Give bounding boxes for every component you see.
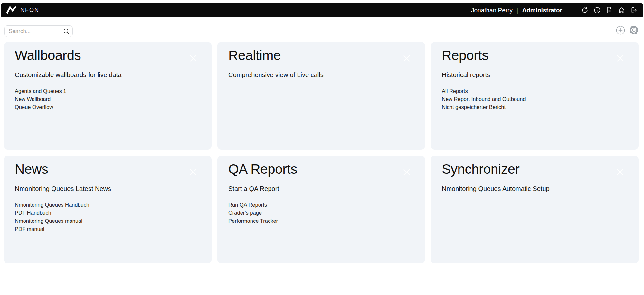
close-icon (403, 54, 411, 62)
user-info: Jonathan Perry | Administrator (471, 7, 562, 14)
info-icon (593, 6, 601, 14)
card-title: News (15, 162, 201, 177)
card-subtitle: Nmonitoring Queues Automatic Setup (442, 185, 628, 192)
card-synchronizer: Synchronizer Nmonitoring Queues Automati… (431, 156, 639, 263)
user-role: Administrator (522, 7, 562, 14)
gear-icon (629, 25, 639, 35)
card-subtitle: Historical reports (442, 71, 628, 79)
home-button[interactable] (618, 6, 625, 14)
home-icon (618, 6, 625, 14)
topbar: NFON Jonathan Perry | Administrator (1, 3, 643, 17)
logout-icon (630, 6, 638, 14)
card-links: All Reports New Report Inbound and Outbo… (442, 87, 628, 111)
card-link[interactable]: Nmonitoring Queues manual (15, 217, 82, 225)
card-link[interactable]: Run QA Reports (228, 201, 267, 209)
card-title: Realtime (228, 48, 414, 63)
card-link[interactable]: PDF manual (15, 225, 44, 233)
card-subtitle: Start a QA Report (228, 185, 414, 192)
close-button[interactable] (189, 168, 197, 176)
close-icon (403, 168, 411, 176)
close-icon (189, 168, 197, 176)
card-link[interactable]: New Report Inbound and Outbound (442, 95, 526, 103)
dashboard-actions (616, 25, 639, 35)
card-link[interactable]: Grader's page (228, 209, 262, 217)
card-link[interactable]: All Reports (442, 87, 468, 95)
nfon-logo-icon (6, 6, 17, 15)
card-subtitle: Comprehensive view of Live calls (228, 71, 414, 79)
close-button[interactable] (616, 168, 624, 176)
card-link[interactable]: Performance Tracker (228, 217, 278, 225)
search-icon[interactable] (63, 28, 70, 35)
card-title: Reports (442, 48, 628, 63)
card-subtitle: Nmonitoring Queues Latest News (15, 185, 201, 192)
card-title: QA Reports (228, 162, 414, 177)
card-links: Agents and Queues 1 New Wallboard Queue … (15, 87, 201, 111)
card-news: News Nmonitoring Queues Latest News Nmon… (4, 156, 212, 263)
document-button[interactable] (605, 6, 613, 14)
refresh-button[interactable] (581, 6, 589, 14)
card-subtitle: Customizable wallboards for live data (15, 71, 201, 79)
search-bar (4, 25, 73, 37)
card-links: Nmonitoring Queues Handbuch PDF Handbuch… (15, 201, 201, 233)
add-widget-button[interactable] (616, 25, 625, 35)
info-button[interactable] (593, 6, 601, 14)
close-icon (189, 54, 197, 62)
brand-name: NFON (20, 7, 39, 14)
close-button[interactable] (616, 54, 624, 63)
close-icon (616, 54, 624, 62)
card-title: Synchronizer (442, 162, 628, 177)
brand-logo[interactable]: NFON (6, 6, 39, 15)
document-icon (606, 6, 613, 14)
refresh-icon (581, 6, 589, 14)
card-link[interactable]: Nicht gespeicherter Bericht (442, 103, 506, 111)
topbar-icon-menu (581, 6, 638, 14)
card-reports: Reports Historical reports All Reports N… (431, 42, 639, 150)
close-icon (616, 168, 624, 176)
settings-button[interactable] (629, 25, 639, 35)
user-name: Jonathan Perry (471, 7, 513, 14)
add-circle-icon (616, 26, 625, 35)
close-button[interactable] (402, 168, 411, 176)
user-role-separator: | (516, 7, 518, 14)
card-wallboards: Wallboards Customizable wallboards for l… (4, 42, 212, 150)
card-links: Run QA Reports Grader's page Performance… (228, 201, 414, 225)
close-button[interactable] (402, 54, 411, 63)
card-title: Wallboards (15, 48, 201, 63)
card-link[interactable]: Queue Overflow (15, 103, 53, 111)
card-realtime: Realtime Comprehensive view of Live call… (217, 42, 425, 150)
card-link[interactable]: Nmonitoring Queues Handbuch (15, 201, 89, 209)
card-qa-reports: QA Reports Start a QA Report Run QA Repo… (217, 156, 425, 263)
logout-button[interactable] (630, 6, 638, 14)
card-link[interactable]: New Wallboard (15, 95, 51, 103)
card-link[interactable]: Agents and Queues 1 (15, 87, 66, 95)
close-button[interactable] (189, 54, 197, 63)
card-link[interactable]: PDF Handbuch (15, 209, 51, 217)
widget-grid: Wallboards Customizable wallboards for l… (4, 42, 639, 263)
